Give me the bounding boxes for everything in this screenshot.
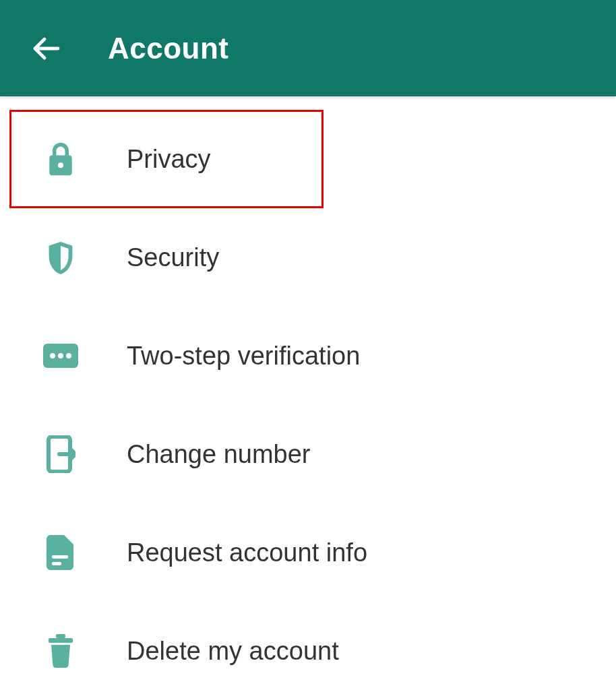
svg-rect-8 — [52, 562, 61, 565]
shield-icon — [42, 239, 80, 276]
list-item-two-step-verification[interactable]: Two-step verification — [0, 307, 616, 405]
trash-icon — [42, 632, 80, 670]
list-item-label: Change number — [127, 440, 311, 469]
document-icon — [42, 534, 80, 571]
back-button[interactable] — [26, 28, 66, 69]
arrow-left-icon — [30, 32, 62, 65]
list-item-label: Two-step verification — [127, 342, 360, 371]
list-item-request-account-info[interactable]: Request account info — [0, 503, 616, 602]
page-title: Account — [108, 32, 229, 65]
svg-point-3 — [50, 353, 55, 358]
dots-icon — [42, 337, 80, 375]
svg-point-5 — [66, 353, 71, 358]
change-number-icon — [42, 435, 80, 473]
account-settings-list: Privacy Security Two-step verification — [0, 96, 616, 690]
list-item-label: Security — [127, 243, 219, 272]
list-item-security[interactable]: Security — [0, 208, 616, 307]
svg-rect-7 — [52, 555, 68, 559]
lock-icon — [42, 140, 80, 178]
svg-rect-10 — [49, 638, 73, 643]
list-item-change-number[interactable]: Change number — [0, 405, 616, 503]
list-item-delete-my-account[interactable]: Delete my account — [0, 602, 616, 690]
svg-point-4 — [58, 353, 63, 358]
list-item-label: Delete my account — [127, 637, 339, 666]
list-item-label: Privacy — [127, 145, 211, 174]
list-item-privacy[interactable]: Privacy — [9, 110, 324, 208]
svg-rect-9 — [56, 634, 65, 638]
svg-point-1 — [58, 162, 63, 168]
app-bar: Account — [0, 0, 616, 96]
list-item-label: Request account info — [127, 538, 367, 567]
